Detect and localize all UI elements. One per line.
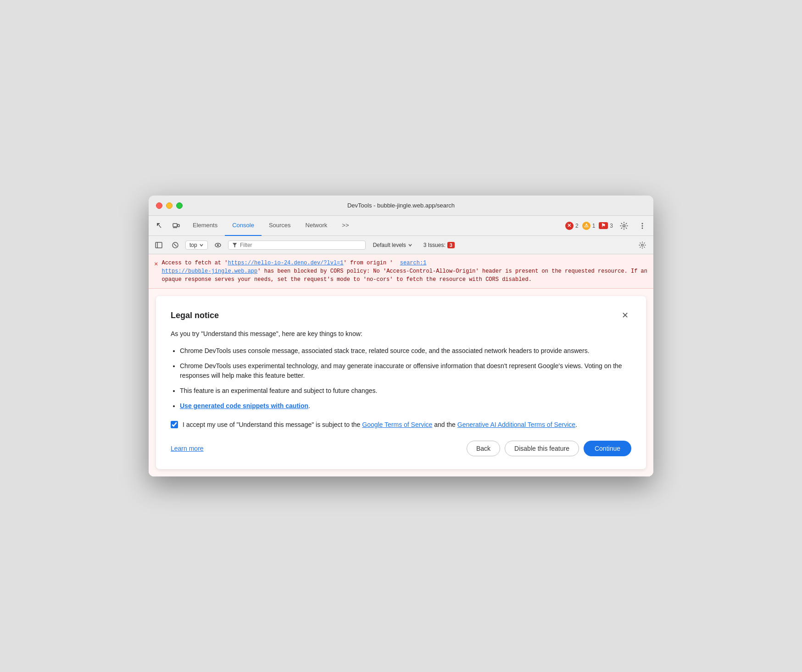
issue-badge-group: ⚑ 3	[599, 222, 613, 229]
inspect-element-button[interactable]	[152, 218, 167, 233]
warn-badge-group: ⚠ 1	[582, 222, 596, 230]
gear-icon	[620, 222, 628, 230]
svg-rect-7	[159, 226, 162, 228]
clear-icon	[172, 241, 179, 249]
error-text: Access to fetch at 'https://hello-io-24.…	[162, 259, 648, 284]
devtools-toolbar: Elements Console Sources Network >> ✕ 2 …	[149, 216, 653, 236]
filter-input[interactable]	[240, 242, 362, 248]
legal-item-1: Chrome DevTools uses console message, as…	[180, 346, 631, 356]
checkbox-text-before: I accept my use of "Understand this mess…	[183, 421, 362, 428]
close-traffic-light[interactable]	[156, 202, 162, 209]
svg-rect-1	[158, 223, 159, 224]
toolbar-right: ✕ 2 ⚠ 1 ⚑ 3	[565, 218, 650, 233]
sidebar-toggle-button[interactable]	[152, 239, 165, 252]
learn-more-link[interactable]: Learn more	[171, 445, 204, 452]
svg-rect-15	[156, 242, 162, 248]
disable-button[interactable]: Disable this feature	[505, 441, 579, 456]
filter-container	[228, 241, 366, 250]
legal-notice-header: Legal notice ✕	[171, 309, 631, 322]
error-source-link[interactable]: search:1	[400, 260, 427, 266]
svg-rect-8	[173, 224, 177, 227]
console-settings-button[interactable]	[635, 238, 650, 252]
filter-icon	[232, 242, 237, 248]
legal-list: Chrome DevTools uses console message, as…	[171, 346, 631, 411]
context-selector[interactable]: top	[185, 241, 208, 250]
error-icon: ✕	[154, 259, 158, 269]
devtools-window: DevTools - bubble-jingle.web.app/search	[149, 196, 653, 476]
svg-rect-5	[157, 225, 158, 226]
maximize-traffic-light[interactable]	[176, 202, 183, 209]
levels-selector[interactable]: Default levels	[369, 241, 416, 249]
device-toolbar-button[interactable]	[169, 218, 184, 233]
error-message-mid: ' from origin '	[344, 260, 396, 266]
svg-rect-6	[159, 225, 160, 226]
svg-rect-4	[159, 223, 160, 224]
svg-point-12	[642, 223, 643, 224]
cursor-icon	[156, 222, 163, 230]
error-icon: ✕	[565, 222, 574, 230]
legal-notice-title: Legal notice	[171, 311, 219, 320]
legal-intro: As you try "Understand this message", he…	[171, 329, 631, 339]
accept-checkbox[interactable]	[171, 421, 178, 428]
legal-item-1-text: Chrome DevTools uses console message, as…	[180, 347, 590, 354]
tab-list: Elements Console Sources Network >>	[185, 216, 563, 236]
issue-count: 3	[610, 223, 613, 229]
gen-ai-link[interactable]: Generative AI Additional Terms of Servic…	[457, 421, 575, 428]
close-dialog-button[interactable]: ✕	[618, 309, 631, 322]
issue-icon: ⚑	[599, 222, 608, 229]
svg-point-20	[217, 244, 219, 246]
more-options-button[interactable]	[635, 218, 650, 233]
error-origin-link[interactable]: https://bubble-jingle.web.app	[162, 268, 257, 274]
eye-icon	[214, 241, 222, 249]
context-label: top	[189, 242, 197, 248]
error-message: ✕ Access to fetch at 'https://hello-io-2…	[149, 254, 653, 289]
console-toolbar: top Default levels 3 Issues: 3	[149, 236, 653, 254]
error-badge-group: ✕ 2	[565, 222, 579, 230]
checkbox-row: I accept my use of "Understand this mess…	[171, 420, 631, 430]
eye-button[interactable]	[212, 239, 224, 252]
tos-link[interactable]: Google Terms of Service	[362, 421, 432, 428]
continue-button[interactable]: Continue	[584, 441, 631, 456]
issues-count: 3	[447, 242, 455, 248]
minimize-traffic-light[interactable]	[166, 202, 173, 209]
svg-rect-2	[157, 224, 158, 225]
legal-item-3: This feature is an experimental feature …	[180, 386, 631, 396]
svg-point-11	[623, 224, 625, 227]
svg-point-14	[642, 227, 643, 229]
legal-item-3-text: This feature is an experimental feature …	[180, 387, 377, 394]
svg-line-18	[174, 244, 177, 246]
svg-point-22	[641, 244, 643, 246]
svg-point-13	[642, 225, 643, 226]
svg-marker-21	[233, 243, 237, 247]
settings-button[interactable]	[617, 218, 631, 233]
console-content: ✕ Access to fetch at 'https://hello-io-2…	[149, 254, 653, 476]
tab-sources[interactable]: Sources	[262, 216, 298, 236]
traffic-lights	[156, 202, 183, 209]
chevron-down-icon	[408, 243, 412, 247]
issues-badge: 3 Issues: 3	[420, 241, 458, 249]
legal-footer: Learn more Back Disable this feature Con…	[171, 441, 631, 456]
back-button[interactable]: Back	[467, 441, 500, 456]
window-title: DevTools - bubble-jingle.web.app/search	[347, 202, 455, 209]
warn-icon: ⚠	[582, 222, 590, 230]
tab-more[interactable]: >>	[334, 216, 356, 236]
chevron-down-icon	[199, 243, 204, 247]
sidebar-icon	[155, 241, 162, 249]
titlebar: DevTools - bubble-jingle.web.app/search	[149, 196, 653, 216]
tab-elements[interactable]: Elements	[185, 216, 225, 236]
warn-count: 1	[592, 223, 596, 229]
svg-rect-0	[157, 223, 158, 224]
tab-console[interactable]: Console	[225, 216, 262, 236]
legal-item-2-text: Chrome DevTools uses experimental techno…	[180, 362, 622, 379]
caution-link[interactable]: Use generated code snippets with caution	[180, 402, 308, 409]
footer-buttons: Back Disable this feature Continue	[467, 441, 631, 456]
checkbox-label: I accept my use of "Understand this mess…	[183, 420, 577, 430]
clear-console-button[interactable]	[169, 239, 182, 252]
legal-item-caution: Use generated code snippets with caution…	[180, 401, 631, 411]
more-icon	[638, 222, 646, 230]
legal-item-2: Chrome DevTools uses experimental techno…	[180, 361, 631, 381]
checkbox-text-after: .	[575, 421, 577, 428]
svg-rect-9	[178, 224, 179, 227]
tab-network[interactable]: Network	[298, 216, 335, 236]
error-url-link[interactable]: https://hello-io-24.deno.dev/?lvl=1	[228, 260, 343, 266]
